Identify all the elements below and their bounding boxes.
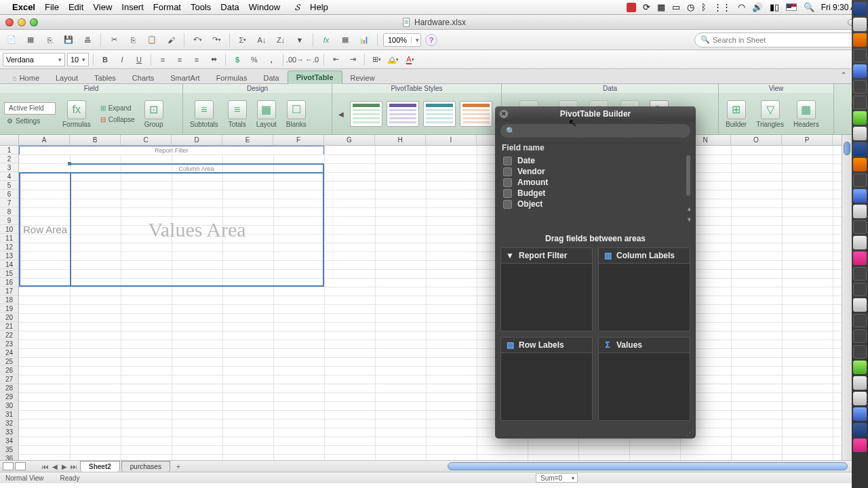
row-28[interactable]: 28 [0, 384, 18, 392]
dock-app-9[interactable] [853, 158, 867, 171]
row-26[interactable]: 26 [0, 366, 18, 375]
dialog-titlebar[interactable]: ✕ PivotTable Builder [495, 106, 696, 121]
undo-button[interactable]: ↶▾ [190, 33, 205, 47]
col-D[interactable]: D [172, 135, 222, 145]
field-search-box[interactable]: 🔍 [500, 124, 690, 138]
cut-button[interactable]: ✂ [106, 33, 121, 47]
pivot-column-area[interactable]: Column Area [70, 163, 324, 172]
dock-app-10[interactable] [853, 174, 867, 187]
col-G[interactable]: G [324, 135, 375, 145]
row-29[interactable]: 29 [0, 392, 18, 401]
col-I[interactable]: I [426, 135, 477, 145]
collapse-button[interactable]: ⊟Collapse [98, 115, 138, 125]
bluetooth-icon[interactable]: ᛒ [701, 2, 707, 12]
row-34[interactable]: 34 [0, 436, 18, 445]
field-date[interactable]: Date [500, 155, 690, 166]
sum-display[interactable]: Sum=0 [536, 473, 578, 483]
column-labels-box[interactable]: ▥Column Labels [598, 247, 690, 331]
row-5[interactable]: 5 [0, 181, 18, 190]
dock-app-24[interactable] [853, 392, 867, 405]
align-right-button[interactable]: ≡ [189, 53, 204, 66]
checkbox[interactable] [503, 157, 512, 165]
font-color-button[interactable]: A▾ [403, 53, 418, 66]
dock-app-15[interactable] [853, 251, 867, 265]
dock-app-6[interactable] [853, 111, 867, 125]
report-filter-box[interactable]: ▼Report Filter [500, 247, 593, 331]
percent-button[interactable]: % [247, 53, 262, 66]
record-icon[interactable] [627, 3, 636, 12]
sheet-tab-purchases[interactable]: purchases [121, 461, 170, 472]
dock-app-12[interactable] [853, 205, 867, 218]
col-A[interactable]: A [19, 135, 70, 145]
row-20[interactable]: 20 [0, 313, 18, 322]
new-button[interactable]: 📄 [4, 33, 19, 47]
checkbox[interactable] [503, 167, 512, 176]
pivot-values-area[interactable]: Values Area [70, 172, 324, 287]
decrease-decimal-button[interactable]: ←.0 [304, 53, 319, 66]
row-10[interactable]: 10 [0, 225, 18, 234]
open-button[interactable]: ▦ [23, 33, 38, 47]
col-B[interactable]: B [70, 135, 121, 145]
fill-color-button[interactable]: ◇▾ [386, 53, 401, 66]
dock-app-22[interactable] [853, 361, 867, 374]
sort-asc-button[interactable]: A↓ [254, 33, 269, 47]
dock-app-3[interactable] [853, 64, 867, 78]
menu-insert[interactable]: Insert [121, 2, 144, 12]
field-list-scrollbar[interactable]: ▲ ▼ [686, 155, 690, 223]
pivot-style-1[interactable] [350, 101, 382, 127]
tab-home[interactable]: Home [4, 72, 47, 84]
dock-app-8[interactable] [853, 142, 867, 156]
dock-app-7[interactable] [853, 127, 867, 140]
row-15[interactable]: 15 [0, 269, 18, 278]
tab-pivottable[interactable]: PivotTable [288, 70, 342, 84]
dock-finder[interactable] [853, 2, 867, 16]
row-18[interactable]: 18 [0, 296, 18, 304]
redo-button[interactable]: ↷▾ [209, 33, 224, 47]
row-16[interactable]: 16 [0, 278, 18, 287]
zoom-button[interactable] [30, 18, 38, 26]
script-icon[interactable]: 𝓢 [295, 2, 300, 13]
italic-button[interactable]: I [115, 53, 130, 66]
formulas-button[interactable]: fxFormulas [60, 99, 94, 129]
row-1[interactable]: 1 [0, 146, 18, 155]
align-left-button[interactable]: ≡ [155, 53, 170, 66]
sort-desc-button[interactable]: Z↓ [273, 33, 288, 47]
paste-button[interactable]: 📋 [144, 33, 159, 47]
spotlight-icon[interactable]: 🔍 [804, 2, 814, 12]
sync-icon[interactable]: ⟳ [643, 2, 650, 12]
dock-app-13[interactable] [853, 220, 867, 234]
checkbox[interactable] [503, 178, 512, 187]
row-4[interactable]: 4 [0, 172, 18, 181]
pivot-report-filter[interactable]: Report Filter [19, 146, 324, 155]
row-23[interactable]: 23 [0, 340, 18, 348]
row-9[interactable]: 9 [0, 216, 18, 225]
prev-sheet-button[interactable]: ◀ [50, 462, 60, 471]
horizontal-scrollbar[interactable] [448, 462, 848, 470]
ribbon-collapse-button[interactable]: ⌃ [840, 70, 847, 80]
battery-icon[interactable]: ▮▯ [770, 2, 779, 12]
gallery-button[interactable]: ⎘ [42, 33, 57, 47]
field-object[interactable]: Object [500, 199, 690, 209]
grid-icon[interactable]: ▦ [657, 2, 665, 12]
tab-data[interactable]: Data [255, 72, 287, 84]
dock-app-20[interactable] [853, 329, 867, 343]
dock-app-25[interactable] [853, 407, 867, 421]
copy-button[interactable]: ⎘ [125, 33, 140, 47]
dock-app-18[interactable] [853, 298, 867, 312]
row-labels-box[interactable]: ▤Row Labels [500, 337, 593, 421]
resize-grip[interactable]: ⋰ [686, 429, 694, 437]
first-sheet-button[interactable]: ⏮ [41, 462, 50, 471]
menu-view[interactable]: View [93, 2, 112, 12]
values-box[interactable]: ΣValues [598, 337, 690, 421]
timemachine-icon[interactable]: ◷ [687, 2, 694, 12]
app-name[interactable]: Excel [12, 2, 35, 12]
row-3[interactable]: 3 [0, 163, 18, 172]
search-box[interactable]: 🔍 [694, 33, 864, 47]
increase-decimal-button[interactable]: .00→ [288, 53, 302, 66]
col-C[interactable]: C [121, 135, 172, 145]
dock-app-19[interactable] [853, 314, 867, 327]
row-25[interactable]: 25 [0, 357, 18, 366]
tab-layout[interactable]: Layout [47, 72, 86, 84]
bold-button[interactable]: B [98, 53, 113, 66]
field-settings-button[interactable]: ⚙Settings [4, 116, 56, 126]
